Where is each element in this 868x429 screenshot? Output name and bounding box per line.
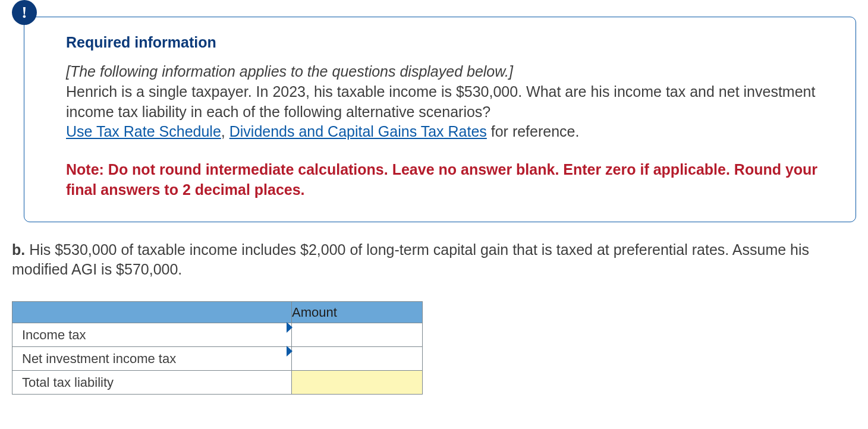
table-row: Income tax [12, 323, 423, 347]
row-label-total: Total tax liability [12, 371, 292, 395]
header-amount: Amount [292, 302, 423, 323]
question-b-body: His $530,000 of taxable income includes … [12, 241, 809, 278]
entry-flag-icon [287, 346, 293, 357]
header-blank [12, 302, 292, 323]
note-text: Note: Do not round intermediate calculat… [66, 160, 832, 200]
required-info-panel: Required information [The following info… [24, 17, 856, 222]
link-separator: , [221, 123, 229, 140]
answer-table: Amount Income tax Net investment income … [12, 301, 423, 395]
info-badge-icon: ! [12, 0, 37, 25]
question-b: b. His $530,000 of taxable income includ… [12, 240, 856, 280]
scenario-text: Henrich is a single taxpayer. In 2023, h… [66, 83, 815, 120]
question-b-label: b. [12, 241, 25, 258]
after-links-text: for reference. [487, 123, 580, 140]
dividends-cap-gains-link[interactable]: Dividends and Capital Gains Tax Rates [229, 123, 487, 140]
required-info-body: [The following information applies to th… [66, 62, 832, 142]
table-row: Net investment income tax [12, 347, 423, 371]
tax-rate-schedule-link[interactable]: Use Tax Rate Schedule [66, 123, 221, 140]
amount-cell-income-tax [292, 323, 423, 347]
amount-cell-total [292, 371, 423, 395]
amount-cell-niit [292, 347, 423, 371]
entry-flag-icon [287, 322, 293, 333]
total-tax-output [292, 371, 422, 394]
required-info-title: Required information [66, 34, 832, 51]
row-label-income-tax: Income tax [12, 323, 292, 347]
intro-italic-text: [The following information applies to th… [66, 63, 513, 80]
niit-input[interactable] [292, 348, 422, 370]
income-tax-input[interactable] [292, 324, 422, 346]
table-row: Total tax liability [12, 371, 423, 395]
row-label-niit: Net investment income tax [12, 347, 292, 371]
